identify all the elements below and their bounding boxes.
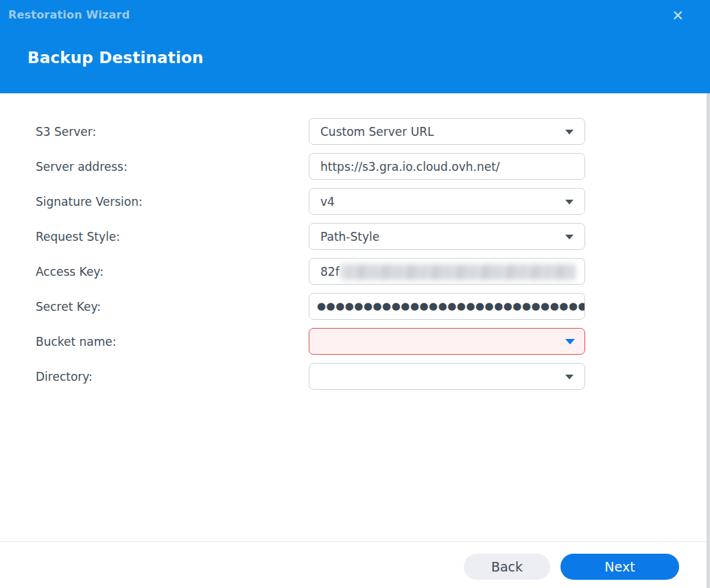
secret-key-masked-value: ●●●●●●●●●●●●●●●●●●●●●●●●●●●●●●●●● [317,294,585,319]
redaction-blur-overlay [341,264,576,280]
s3-server-label: S3 Server: [0,125,309,139]
page-edge-strip [707,93,710,588]
restoration-wizard-dialog: Restoration Wizard ✕ Backup Destination … [0,0,710,588]
form-row-s3-server: S3 Server: Custom Server URL [0,118,707,145]
form-row-secret-key: Secret Key: ●●●●●●●●●●●●●●●●●●●●●●●●●●●●… [0,293,707,320]
signature-version-value: v4 [320,195,335,209]
chevron-down-icon [565,200,573,204]
server-address-label: Server address: [0,160,309,174]
form-row-server-address: Server address: https://s3.gra.io.cloud.… [0,153,707,180]
close-icon[interactable]: ✕ [667,5,688,26]
form-row-directory: Directory: [0,363,707,390]
dialog-footer: Back Next [0,541,707,588]
directory-label: Directory: [0,370,309,384]
s3-server-select[interactable]: Custom Server URL [309,118,585,145]
s3-server-value: Custom Server URL [320,125,434,139]
signature-version-select[interactable]: v4 [309,188,585,215]
page-title: Backup Destination [27,49,204,67]
form-row-request-style: Request Style: Path-Style [0,223,707,250]
chevron-down-icon [565,130,573,134]
backup-destination-form: S3 Server: Custom Server URL Server addr… [0,118,707,398]
form-row-access-key: Access Key: 82f [0,258,707,285]
chevron-down-icon [565,235,573,239]
request-style-label: Request Style: [0,230,309,244]
server-address-value: https://s3.gra.io.cloud.ovh.net/ [320,160,500,174]
form-row-bucket-name: Bucket name: [0,328,707,355]
server-address-input[interactable]: https://s3.gra.io.cloud.ovh.net/ [309,153,585,180]
chevron-down-icon [565,375,573,379]
chevron-down-icon [565,339,575,344]
access-key-input[interactable]: 82f [309,258,585,285]
bucket-name-label: Bucket name: [0,335,309,349]
secret-key-input[interactable]: ●●●●●●●●●●●●●●●●●●●●●●●●●●●●●●●●● [309,293,585,320]
form-row-signature-version: Signature Version: v4 [0,188,707,215]
secret-key-label: Secret Key: [0,300,309,314]
back-button[interactable]: Back [464,554,550,580]
next-button[interactable]: Next [560,554,679,580]
request-style-select[interactable]: Path-Style [309,223,585,250]
dialog-header: Restoration Wizard ✕ Backup Destination [0,0,710,93]
window-title: Restoration Wizard [8,8,130,21]
signature-version-label: Signature Version: [0,195,309,209]
access-key-visible-value: 82f [320,265,340,279]
directory-select[interactable] [309,363,585,390]
request-style-value: Path-Style [320,230,379,244]
access-key-label: Access Key: [0,265,309,279]
bucket-name-select[interactable] [309,328,585,355]
